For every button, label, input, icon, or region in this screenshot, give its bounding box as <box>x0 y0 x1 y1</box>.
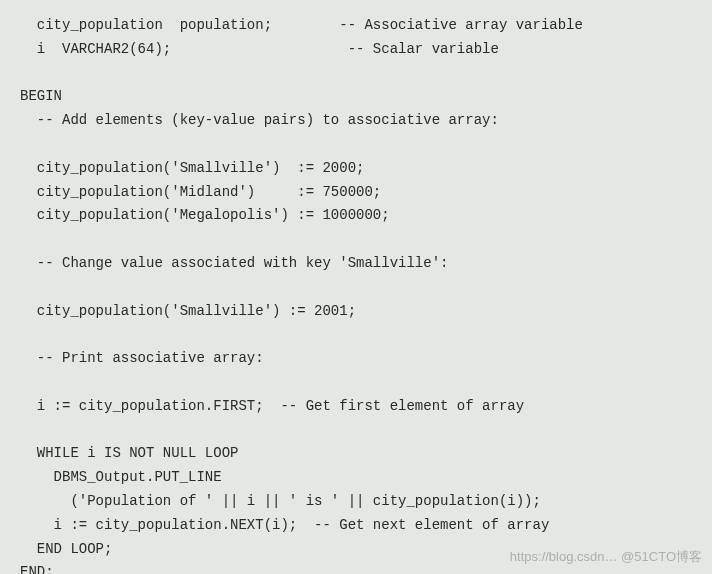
code-line: city_population('Midland') := 750000; <box>20 184 381 200</box>
code-line: END; <box>20 564 54 574</box>
code-line: city_population('Megalopolis') := 100000… <box>20 207 390 223</box>
code-line: -- Print associative array: <box>20 350 264 366</box>
code-line: city_population population; -- Associati… <box>20 17 583 33</box>
code-line: ('Population of ' || i || ' is ' || city… <box>20 493 541 509</box>
code-line: i := city_population.FIRST; -- Get first… <box>20 398 524 414</box>
code-line: i VARCHAR2(64); -- Scalar variable <box>20 41 499 57</box>
code-line: WHILE i IS NOT NULL LOOP <box>20 445 238 461</box>
code-line: BEGIN <box>20 88 62 104</box>
code-line: city_population('Smallville') := 2001; <box>20 303 356 319</box>
code-line: DBMS_Output.PUT_LINE <box>20 469 222 485</box>
code-line: city_population('Smallville') := 2000; <box>20 160 364 176</box>
code-line: END LOOP; <box>20 541 112 557</box>
code-block: city_population population; -- Associati… <box>0 0 712 574</box>
code-line: -- Add elements (key-value pairs) to ass… <box>20 112 499 128</box>
code-line: i := city_population.NEXT(i); -- Get nex… <box>20 517 549 533</box>
code-line: -- Change value associated with key 'Sma… <box>20 255 448 271</box>
